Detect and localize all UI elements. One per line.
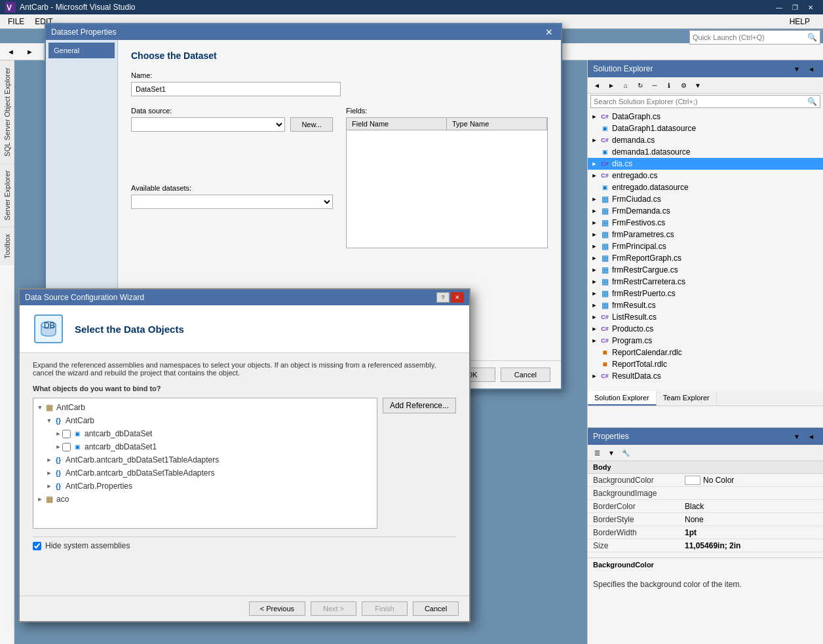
toolbox-tab[interactable]: Toolbox [0,227,14,265]
quick-launch-input[interactable] [690,33,805,41]
se-filter-btn[interactable]: ▼ [691,79,704,92]
tree-item-entregadods[interactable]: ▣ entregado.datasource [588,181,823,193]
form-icon: ▦ [600,194,610,204]
wizard-title-buttons: ? ✕ [436,292,464,303]
tree-item-program[interactable]: ► C# Program.cs [588,335,823,347]
tree-item-frmreportgraph[interactable]: ► ▦ FrmReportGraph.cs [588,252,823,264]
server-explorer-tab[interactable]: Server Explorer [0,163,14,227]
quick-launch: 🔍 [689,30,820,45]
wizard-help-btn[interactable]: ? [436,292,450,303]
props-pin-btn[interactable]: ▼ [790,430,803,443]
panel-close-btn2[interactable]: ◄ [805,62,818,75]
dataset-dialog-close-btn[interactable]: ✕ [543,27,556,37]
wizard-finish-btn[interactable]: Finish [362,601,408,616]
properties-panel: Properties ▼ ◄ ☰ ▼ 🔧 Body BackgroundColo… [587,427,823,644]
sql-server-tab[interactable]: SQL Server Object Explorer [0,60,14,163]
hide-system-checkbox[interactable] [33,542,41,550]
tree-item-listresult[interactable]: ► C# ListResult.cs [588,311,823,323]
tab-team-explorer[interactable]: Team Explorer [657,391,717,406]
tree-properties[interactable]: ► {} AntCarb.Properties [33,480,377,493]
ds-icon: ▣ [600,123,610,134]
tree-item-demanda1ds[interactable]: ▣ demanda1.datasource [588,146,823,158]
datasource-new-btn[interactable]: New... [290,117,333,132]
tree-item-reporttotal[interactable]: ■ ReportTotal.rdlc [588,358,823,370]
tree-item-frmrestrcarretera[interactable]: ► ▦ frmRestrCarretera.cs [588,276,823,288]
add-reference-btn[interactable]: Add Reference... [383,398,456,413]
expand-icon: ► [590,313,598,321]
restore-button[interactable]: ❒ [788,1,802,13]
wizard-next-btn[interactable]: Next > [311,601,356,616]
expand-icon [590,183,598,191]
tree-dbdataset1[interactable]: ► ▣ antcarb_dbDataSet1 [33,440,377,453]
tree-item-frmparametres[interactable]: ► ▦ frmParametres.cs [588,229,823,240]
datasource-select[interactable] [131,117,285,132]
tree-tableadapters[interactable]: ► {} AntCarb.antcarb_dbDataSetTableAdapt… [33,466,377,480]
toolbar-back-btn[interactable]: ◄ [3,45,19,58]
wizard-prev-btn[interactable]: < Previous [249,601,305,616]
title-bar: V AntCarb - Microsoft Visual Studio — ❒ … [0,0,823,14]
props-sort-btn[interactable]: ▼ [605,446,618,459]
dbdataset-checkbox[interactable] [62,430,71,438]
tree-antcarb-assembly[interactable]: ▼ ▦ AntCarb [33,401,377,414]
expand-icon: ► [590,242,598,250]
dataset-sidebar-general[interactable]: General [48,43,115,58]
properties-title: Properties [593,432,629,441]
tree-item-demanda[interactable]: ► C# demanda.cs [588,134,823,146]
assembly-icon: ▦ [44,494,54,504]
props-toolbar: ☰ ▼ 🔧 [588,445,823,461]
tree-item-reportcalendar[interactable]: ■ ReportCalendar.rdlc [588,347,823,358]
tree-dbdataset[interactable]: ► ▣ antcarb_dbDataSet [33,427,377,440]
fields-group: Fields: Field Name Type Name [346,107,548,248]
name-input[interactable] [131,82,341,96]
se-forward-btn[interactable]: ► [605,79,618,92]
datasource-label: Data source: [131,107,333,115]
expand-icon: ► [590,325,598,333]
prop-label-size: Size [593,541,685,550]
dataset-cancel-btn[interactable]: Cancel [501,368,550,382]
props-close-btn[interactable]: ◄ [805,430,818,443]
form-icon: ▦ [600,218,610,228]
se-props-btn[interactable]: ℹ [662,79,676,92]
tree-item-label: Producto.cs [612,324,653,333]
tree-item-producto[interactable]: ► C# Producto.cs [588,323,823,335]
menu-file[interactable]: FILE [3,16,29,28]
se-refresh-btn[interactable]: ↻ [634,79,647,92]
se-config-btn[interactable]: ⚙ [677,79,690,92]
tree-item-label: FrmCiudad.cs [612,195,661,204]
tree-item-frmciudad[interactable]: ► ▦ FrmCiudad.cs [588,193,823,205]
se-search-input[interactable] [594,98,807,105]
tree-item-resultdata[interactable]: ► C# ResultData.cs [588,370,823,382]
toolbar-forward-btn[interactable]: ► [22,45,38,58]
tree-tableadapters1[interactable]: ► {} AntCarb.antcarb_dbDataSet1TableAdap… [33,453,377,466]
tree-aco-assembly[interactable]: ► ▦ aco [33,493,377,506]
tree-item-datagraph[interactable]: ► C# DataGraph.cs [588,111,823,123]
tree-item-frmresult[interactable]: ► ▦ frmResult.cs [588,299,823,311]
tree-item-dia[interactable]: ► C# dia.cs [588,158,823,170]
minimize-button[interactable]: — [772,1,786,13]
tree-item-frmprincipal[interactable]: ► ▦ FrmPrincipal.cs [588,240,823,252]
se-back-btn[interactable]: ◄ [590,79,603,92]
wizard-title-label: Data Source Configuration Wizard [25,293,144,302]
tree-item-frmrestrcargue[interactable]: ► ▦ frmRestrCargue.cs [588,264,823,276]
tree-item-entregado[interactable]: ► C# entregado.cs [588,170,823,181]
tree-item-frmfestivos[interactable]: ► ▦ FrmFestivos.cs [588,217,823,229]
dataset-dialog-heading: Choose the Dataset [131,50,548,61]
props-wrench-btn[interactable]: 🔧 [619,446,632,459]
available-datasets-select[interactable] [131,195,333,209]
panel-pin-btn[interactable]: ▼ [790,62,803,75]
wizard-cancel-btn[interactable]: Cancel [413,601,459,616]
form-icon: ▦ [600,206,610,216]
se-collapse-btn[interactable]: ─ [648,79,661,92]
tab-solution-explorer[interactable]: Solution Explorer [588,391,657,406]
app-logo: V [5,2,16,12]
tree-antcarb-namespace[interactable]: ▼ {} AntCarb [33,414,377,427]
file-tree: ► C# DataGraph.cs ▣ DataGraph1.datasourc… [588,109,823,391]
tree-item-datagraph1ds[interactable]: ▣ DataGraph1.datasource [588,123,823,134]
dbdataset1-checkbox[interactable] [62,443,71,451]
tree-item-frmdemanda[interactable]: ► ▦ FrmDemanda.cs [588,205,823,217]
close-button[interactable]: ✕ [803,1,818,13]
wizard-close-btn[interactable]: ✕ [451,292,464,303]
se-home-btn[interactable]: ⌂ [619,79,632,92]
props-grid-btn[interactable]: ☰ [590,446,603,459]
tree-item-frmrestrpuerto[interactable]: ► ▦ frmRestrPuerto.cs [588,288,823,299]
